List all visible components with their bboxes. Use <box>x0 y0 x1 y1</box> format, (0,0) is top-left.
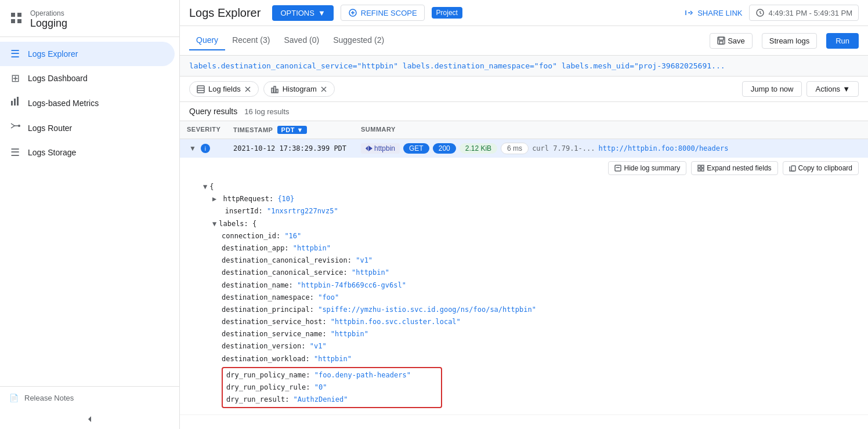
time-range-display[interactable]: 4:49:31 PM - 5:49:31 PM <box>749 5 859 21</box>
log-timestamp: 2021-10-12 17:38:29.399 PDT <box>233 144 361 152</box>
sidebar-header-icon <box>9 11 23 28</box>
tab-saved[interactable]: Saved (0) <box>277 31 326 50</box>
refine-label: REFINE SCOPE <box>361 9 417 17</box>
json-dest-principal: destination_principal: "spiffe://ymzhu-i… <box>203 304 859 316</box>
results-count: 16 log results <box>244 107 289 116</box>
svg-rect-3 <box>17 19 21 23</box>
sidebar-item-label-logs-explorer: Logs Explorer <box>28 49 78 59</box>
stream-logs-button[interactable]: Stream logs <box>762 33 817 49</box>
status-chip: 200 <box>433 143 456 154</box>
sidebar-item-logs-router[interactable]: Logs Router <box>0 115 175 140</box>
expand-nested-button[interactable]: Expand nested fields <box>691 161 777 175</box>
json-dry-run-policy-rule: dry_run_policy_rule: "0" <box>226 381 437 394</box>
results-title: Query results <box>189 107 237 116</box>
refine-scope-button[interactable]: REFINE SCOPE <box>341 5 425 21</box>
tab-suggested[interactable]: Suggested (2) <box>326 31 391 50</box>
time-range-text: 4:49:31 PM - 5:49:31 PM <box>768 9 852 17</box>
release-notes-link[interactable]: 📄 Release Notes <box>0 386 179 409</box>
severity-info-icon: i <box>201 144 210 153</box>
logs-storage-icon: ☰ <box>9 146 21 159</box>
json-insert-id: insertId: "1nxsrtrg227nvz5" <box>203 205 859 217</box>
actions-button[interactable]: Actions ▼ <box>806 81 859 97</box>
logs-metrics-icon <box>9 96 21 110</box>
svg-rect-20 <box>276 89 278 93</box>
query-tabs-bar: Query Recent (3) Saved (0) Suggested (2)… <box>180 26 868 56</box>
share-link-button[interactable]: SHARE LINK <box>685 8 742 17</box>
brand-logging: Logging <box>30 17 67 30</box>
page-title: Logs Explorer <box>189 6 261 20</box>
svg-rect-18 <box>272 88 273 93</box>
svg-rect-12 <box>719 41 723 44</box>
json-dest-service-host: destination_service_host: "httpbin.foo.s… <box>203 316 859 328</box>
query-text: labels.destination_canonical_service="ht… <box>189 61 725 70</box>
log-detail: Hide log summary Expand nested fields Co… <box>180 158 868 415</box>
log-row: ▼ i 2021-10-12 17:38:29.399 PDT httpbin … <box>180 139 868 415</box>
timezone-selector[interactable]: PDT ▼ <box>277 126 306 134</box>
log-toolbar: Log fields Histogram Jump to now Actions… <box>180 77 868 102</box>
svg-rect-0 <box>11 13 15 17</box>
run-button[interactable]: Run <box>826 33 859 49</box>
json-dry-run-result: dry_run_result: "AuthzDenied" <box>226 394 437 406</box>
json-dest-service-name: destination_service_name: "httpbin" <box>203 328 859 340</box>
results-header: Query results 16 log results <box>180 102 868 121</box>
json-dest-namespace: destination_namespace: "foo" <box>203 292 859 304</box>
histogram-button[interactable]: Histogram <box>263 81 335 97</box>
logs-explorer-icon: ☰ <box>9 48 21 60</box>
clock-icon <box>755 8 765 17</box>
sidebar: Operations Logging ☰ Logs Explorer ⊞ Log… <box>0 0 180 429</box>
expand-nested-label: Expand nested fields <box>707 164 771 172</box>
method-chip: GET <box>403 143 429 154</box>
stream-logs-label: Stream logs <box>769 37 809 45</box>
sidebar-item-logs-explorer[interactable]: ☰ Logs Explorer <box>0 42 175 66</box>
json-http-request: httpRequest: {10} <box>203 193 859 205</box>
json-dest-name: destination_name: "httpbin-74fb669cc6-gv… <box>203 279 859 292</box>
sidebar-brand: Operations Logging <box>30 9 67 30</box>
size-chip: 2.12 KiB <box>460 143 497 154</box>
svg-rect-27 <box>698 169 700 171</box>
release-notes-icon: 📄 <box>9 394 19 402</box>
sidebar-item-logs-dashboard[interactable]: ⊞ Logs Dashboard <box>0 66 175 90</box>
tab-recent[interactable]: Recent (3) <box>225 31 277 50</box>
svg-rect-13 <box>197 86 204 93</box>
highlight-box: dry_run_policy_name: "foo.deny-path-head… <box>222 367 442 409</box>
hide-log-summary-button[interactable]: Hide log summary <box>608 161 686 175</box>
copy-clipboard-button[interactable]: Copy to clipboard <box>783 161 859 175</box>
query-input[interactable]: labels.destination_canonical_service="ht… <box>180 56 868 77</box>
save-label: Save <box>728 37 745 45</box>
svg-rect-25 <box>698 165 700 168</box>
hide-log-summary-label: Hide log summary <box>624 164 680 172</box>
save-button[interactable]: Save <box>710 33 753 49</box>
log-table: Query results 16 log results SEVERITY TI… <box>180 102 868 429</box>
col-header-severity: SEVERITY <box>180 121 226 139</box>
jump-to-now-button[interactable]: Jump to now <box>742 81 802 97</box>
sidebar-collapse-btn[interactable] <box>0 409 179 429</box>
actions-label: Actions <box>815 85 840 93</box>
refine-icon <box>348 8 357 17</box>
options-button[interactable]: OPTIONS ▼ <box>272 5 333 21</box>
options-label: OPTIONS <box>280 9 314 17</box>
sidebar-item-logs-metrics[interactable]: Logs-based Metrics <box>0 90 175 115</box>
sidebar-item-label-logs-metrics: Logs-based Metrics <box>28 99 99 108</box>
tab-query[interactable]: Query <box>189 31 225 50</box>
run-label: Run <box>836 37 849 45</box>
sidebar-nav: ☰ Logs Explorer ⊞ Logs Dashboard Logs-ba… <box>0 37 179 216</box>
histogram-label: Histogram <box>283 85 317 93</box>
col-header-timestamp[interactable]: TIMESTAMP PDT ▼ <box>226 121 354 139</box>
json-dest-workload: destination_workload: "httpbin" <box>203 353 859 365</box>
summary-link[interactable]: http://httpbin.foo:8000/headers <box>599 144 729 152</box>
save-icon <box>717 37 725 45</box>
copy-icon <box>789 165 796 172</box>
expand-row-button[interactable]: ▼ <box>187 144 198 152</box>
svg-rect-26 <box>701 165 704 168</box>
copy-clipboard-label: Copy to clipboard <box>798 164 852 172</box>
hide-summary-icon <box>614 165 621 172</box>
logs-router-icon <box>9 121 21 134</box>
detail-toolbar: Hide log summary Expand nested fields Co… <box>203 158 859 179</box>
main-content: Logs Explorer OPTIONS ▼ REFINE SCOPE Pro… <box>180 0 868 429</box>
sidebar-item-logs-storage[interactable]: ☰ Logs Storage <box>0 140 175 165</box>
log-fields-button[interactable]: Log fields <box>189 81 259 97</box>
log-fields-label: Log fields <box>208 85 241 93</box>
log-row-header[interactable]: ▼ i 2021-10-12 17:38:29.399 PDT httpbin … <box>180 139 868 158</box>
summary-text: curl 7.79.1-... <box>532 144 595 152</box>
svg-rect-2 <box>11 19 15 23</box>
